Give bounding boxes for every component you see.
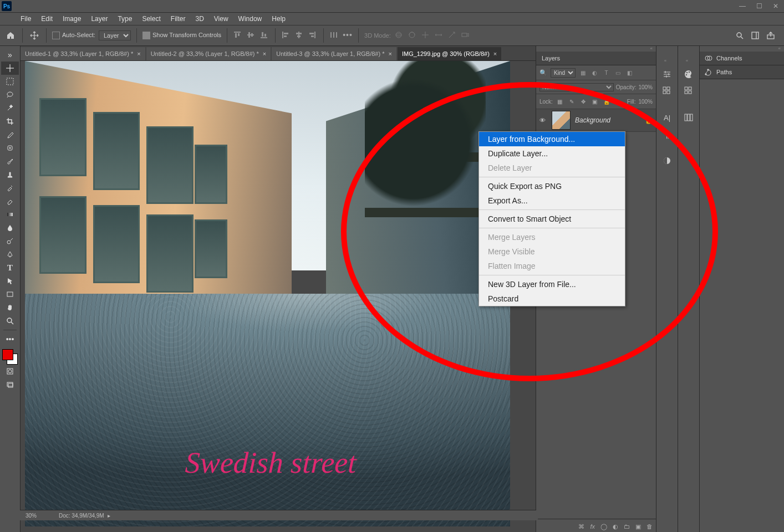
search-icon[interactable]: 🔍 — [539, 69, 547, 76]
panel-collapse-icon[interactable]: « — [536, 46, 656, 52]
status-chevron-icon[interactable]: ▸ — [108, 513, 110, 519]
layer-thumbnail[interactable] — [552, 111, 571, 130]
align-bottom-icon[interactable] — [259, 30, 269, 40]
dodge-tool[interactable] — [1, 234, 19, 248]
align-hcenter-icon[interactable] — [294, 30, 304, 40]
clone-stamp-tool[interactable] — [1, 168, 19, 181]
menu-view[interactable]: View — [209, 15, 233, 23]
ctx-postcard[interactable]: Postcard — [479, 291, 625, 306]
menu-type[interactable]: Type — [113, 15, 137, 23]
menu-filter[interactable]: Filter — [166, 15, 191, 23]
align-right-icon[interactable] — [308, 30, 318, 40]
contrast-panel-icon[interactable] — [660, 155, 674, 167]
hand-tool[interactable] — [1, 301, 19, 314]
eraser-tool[interactable] — [1, 195, 19, 208]
window-maximize-button[interactable]: ☐ — [751, 0, 767, 12]
home-icon[interactable] — [4, 29, 17, 42]
lock-position-icon[interactable]: ✥ — [579, 97, 588, 106]
crop-tool[interactable] — [1, 115, 19, 128]
filter-shape-icon[interactable]: ▭ — [614, 69, 622, 77]
ctx-convert-smart-object[interactable]: Convert to Smart Object — [479, 212, 625, 226]
blur-tool[interactable] — [1, 221, 19, 234]
group-icon[interactable]: 🗀 — [624, 523, 630, 530]
menu-layer[interactable]: Layer — [86, 15, 113, 23]
lock-artboard-icon[interactable]: ▣ — [590, 97, 599, 106]
lock-pixels-icon[interactable]: ▦ — [556, 97, 564, 106]
align-top-icon[interactable] — [233, 30, 243, 40]
gradient-tool[interactable] — [1, 208, 19, 221]
layer-filter-kind[interactable]: Kind — [551, 68, 576, 78]
layer-style-icon[interactable]: fx — [590, 523, 595, 530]
blend-mode-select[interactable]: Normal — [539, 83, 614, 91]
close-icon[interactable]: × — [261, 50, 266, 57]
lock-brush-icon[interactable]: ✎ — [567, 97, 576, 106]
ctx-new-3d-layer[interactable]: New 3D Layer from File... — [479, 277, 625, 291]
adjustments-panel-icon[interactable] — [660, 68, 674, 80]
panel-collapse-icon[interactable]: « — [664, 58, 670, 64]
auto-select-mode[interactable]: Layer — [99, 30, 131, 40]
menu-edit[interactable]: Edit — [36, 15, 58, 23]
doc-tab-0[interactable]: Untitled-1 @ 33,3% (Layer 1, RGB/8#) *× — [21, 47, 145, 60]
quick-mask-icon[interactable] — [1, 365, 19, 378]
lock-all-icon[interactable]: 🔒 — [602, 97, 611, 106]
healing-brush-tool[interactable] — [1, 141, 19, 155]
adjustment-layer-icon[interactable]: ◐ — [613, 523, 618, 530]
canvas-viewport[interactable]: Swedish street — [21, 61, 536, 532]
menu-select[interactable]: Select — [137, 15, 165, 23]
zoom-level[interactable]: 30% — [26, 513, 59, 519]
doc-tab-1[interactable]: Untitled-2 @ 33,3% (Layer 1, RGB/8#) *× — [146, 47, 271, 60]
close-icon[interactable]: × — [492, 50, 497, 57]
search-icon[interactable] — [735, 31, 744, 40]
opacity-value[interactable]: 100% — [638, 84, 653, 90]
delete-layer-icon[interactable]: 🗑 — [646, 523, 653, 530]
close-icon[interactable]: × — [135, 50, 140, 57]
filter-pixel-icon[interactable]: ▦ — [579, 69, 587, 77]
window-minimize-button[interactable]: — — [734, 0, 751, 12]
auto-select-checkbox[interactable]: Auto-Select: — [52, 32, 95, 39]
screen-mode-icon[interactable] — [1, 378, 19, 391]
eyedropper-tool[interactable] — [1, 128, 19, 141]
close-icon[interactable]: × — [386, 50, 391, 57]
history-brush-tool[interactable] — [1, 181, 19, 195]
link-layers-icon[interactable]: ⌘ — [578, 523, 584, 530]
move-tool[interactable] — [1, 62, 19, 75]
libraries-panel-icon[interactable] — [682, 111, 695, 124]
panel-collapse-icon[interactable]: « — [686, 58, 691, 64]
window-close-button[interactable]: ✕ — [767, 0, 784, 12]
menu-window[interactable]: Window — [233, 15, 267, 23]
ctx-duplicate-layer[interactable]: Duplicate Layer... — [479, 146, 625, 161]
filter-smart-icon[interactable]: ◧ — [625, 69, 634, 77]
layer-name[interactable]: Background — [575, 116, 640, 124]
lasso-tool[interactable] — [1, 88, 19, 101]
channels-tab[interactable]: Channels — [700, 52, 784, 65]
show-transform-checkbox[interactable]: Show Transform Controls — [142, 32, 221, 39]
filter-adjust-icon[interactable]: ◐ — [590, 69, 599, 77]
edit-toolbar-icon[interactable]: ••• — [1, 332, 19, 346]
layer-mask-icon[interactable]: ◯ — [600, 523, 607, 530]
move-tool-icon[interactable] — [28, 29, 40, 42]
menu-image[interactable]: Image — [58, 15, 86, 23]
align-vcenter-icon[interactable] — [246, 30, 256, 40]
ctx-export-as[interactable]: Export As... — [479, 193, 625, 208]
ctx-quick-export-png[interactable]: Quick Export as PNG — [479, 179, 625, 193]
swatches-panel-icon[interactable] — [682, 85, 695, 97]
tool-group-toggle[interactable]: » — [1, 48, 19, 62]
visibility-icon[interactable]: 👁 — [539, 117, 547, 124]
doc-tab-2[interactable]: Untitled-3 @ 33,3% (Layer 1, RGB/8#) *× — [272, 47, 396, 60]
layer-row-background[interactable]: 👁 Background 🔒 — [536, 109, 656, 132]
doc-tab-3[interactable]: IMG_1299.jpg @ 30% (RGB/8#)× — [398, 47, 501, 60]
filter-type-icon[interactable]: T — [602, 69, 610, 77]
share-icon[interactable] — [766, 31, 775, 40]
magic-wand-tool[interactable] — [1, 101, 19, 115]
zoom-tool[interactable] — [1, 314, 19, 328]
fill-value[interactable]: 100% — [638, 99, 653, 105]
menu-3d[interactable]: 3D — [190, 15, 208, 23]
brush-tool[interactable] — [1, 155, 19, 168]
menu-help[interactable]: Help — [267, 15, 291, 23]
paths-tab[interactable]: Paths — [700, 65, 784, 79]
more-options-icon[interactable]: ••• — [343, 30, 353, 40]
new-layer-icon[interactable]: ▣ — [635, 523, 641, 530]
styles-panel-icon[interactable] — [660, 85, 674, 97]
panel-collapse-icon[interactable]: « — [700, 46, 784, 52]
color-panel-icon[interactable] — [682, 68, 695, 80]
